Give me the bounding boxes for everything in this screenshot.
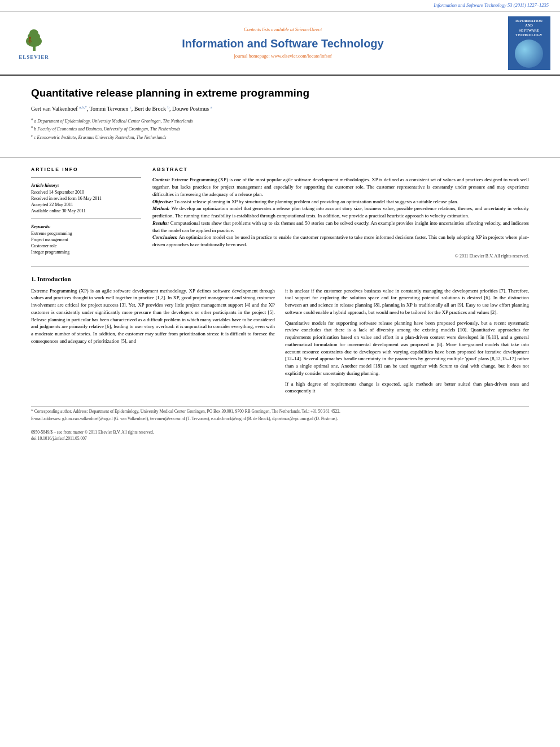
journal-logo-circle-icon: [515, 40, 543, 68]
article-info-abstract-section: ARTICLE INFO Article history: Received 1…: [0, 162, 560, 265]
abstract-conclusion: Conclusion: An optimization model can be…: [152, 234, 529, 248]
journal-logo-right: INFORMATIONANDSOFTWARETECHNOLOGY: [506, 16, 552, 70]
article-title: Quantitative release planning in extreme…: [31, 86, 529, 101]
conclusion-text: An optimization model can be used in pra…: [152, 234, 529, 247]
abstract-results: Results: Computational tests show that p…: [152, 220, 529, 234]
history-label: Article history:: [31, 182, 141, 189]
abstract-col: ABSTRACT Context: Extreme Programming (X…: [152, 167, 529, 260]
issn-line: 0950-5849/$ – see front matter © 2011 El…: [31, 430, 529, 436]
introduction-body: Extreme Programming (XP) is an agile sof…: [31, 287, 529, 399]
elsevier-brand-text: ELSEVIER: [19, 54, 49, 61]
copyright: © 2011 Elsevier B.V. All rights reserved…: [152, 253, 529, 260]
homepage-url[interactable]: www.elsevier.com/locate/infsof: [271, 53, 332, 59]
objective-label: Objective:: [152, 199, 173, 204]
article-info-header: ARTICLE INFO: [31, 167, 141, 173]
accepted-date: Accepted 22 May 2011: [31, 202, 141, 208]
intro-right-col: it is unclear if the customer perceives …: [285, 287, 529, 399]
article-title-section: Quantitative release planning in extreme…: [0, 76, 560, 152]
introduction-section: 1. Introduction Extreme Programming (XP)…: [0, 269, 560, 404]
abstract-header: ABSTRACT: [152, 167, 529, 173]
top-bar: Information and Software Technology 53 (…: [0, 0, 560, 12]
science-direct-link-text[interactable]: ScienceDirect: [295, 27, 322, 32]
intro-para-4: If a high degree of requirements change …: [285, 381, 529, 395]
email-footnote: E-mail addresses: g.h.m.van.valkenhoef@r…: [31, 416, 529, 422]
corresponding-footnote: * Corresponding author. Address: Departm…: [31, 409, 529, 415]
journal-title: Information and Software Technology: [65, 36, 501, 51]
keyword-1: Extreme programming: [31, 230, 141, 237]
keyword-3: Customer role: [31, 243, 141, 249]
keywords-section: Keywords: Extreme programming Project ma…: [31, 224, 141, 255]
method-label: Method:: [152, 206, 170, 211]
introduction-title: 1. Introduction: [31, 275, 529, 283]
affiliation-c: c c Econometric Institute, Erasmus Unive…: [31, 133, 529, 141]
affiliation-b: b b Faculty of Economics and Business, U…: [31, 124, 529, 133]
svg-point-3: [29, 29, 38, 37]
context-label: Context:: [152, 177, 170, 182]
method-text: We develop an optimization model that ge…: [152, 206, 529, 219]
keyword-2: Project management: [31, 237, 141, 243]
doi-line: doi:10.1016/j.infsof.2011.05.007: [31, 436, 529, 442]
journal-reference: Information and Software Technology 53 (…: [434, 2, 549, 8]
authors-line: Gert van Valkenhoef a,b,*, Tommi Tervone…: [31, 105, 529, 113]
article-info-divider: [31, 177, 141, 178]
intro-para-1: Extreme Programming (XP) is an agile sof…: [31, 287, 275, 345]
results-label: Results:: [152, 220, 169, 226]
affiliations: a a Department of Epidemiology, Universi…: [31, 116, 529, 141]
intro-para-3: Quantitative models for supporting softw…: [285, 320, 529, 377]
journal-homepage: journal homepage: www.elsevier.com/locat…: [65, 53, 501, 60]
received-date: Received 14 September 2010: [31, 189, 141, 195]
abstract-objective: Objective: To assist release planning in…: [152, 198, 529, 206]
objective-text: To assist release planning in XP by stru…: [174, 199, 458, 204]
keywords-divider: [31, 219, 141, 219]
intro-left-col: Extreme Programming (XP) is an agile sof…: [31, 287, 275, 399]
svg-point-4: [29, 37, 31, 39]
bottom-bar: 0950-5849/$ – see front matter © 2011 El…: [0, 427, 560, 444]
abstract-context: Context: Extreme Programming (XP) is one…: [152, 176, 529, 198]
science-direct-line: Contents lists available at ScienceDirec…: [65, 27, 501, 33]
page: Information and Software Technology 53 (…: [0, 0, 560, 747]
elsevier-tree-icon: [19, 25, 50, 53]
context-text: Extreme Programming (XP) is one of the m…: [152, 177, 529, 197]
divider: [0, 157, 560, 158]
keyword-4: Integer programming: [31, 249, 141, 255]
elsevier-logo: ELSEVIER: [8, 25, 59, 61]
conclusion-label: Conclusion:: [152, 234, 178, 240]
journal-center: Contents lists available at ScienceDirec…: [59, 27, 506, 60]
received-revised-date: Received in revised form 16 May 2011: [31, 195, 141, 202]
article-info-col: ARTICLE INFO Article history: Received 1…: [31, 167, 141, 260]
affiliation-a: a a Department of Epidemiology, Universi…: [31, 116, 529, 125]
abstract-text: Context: Extreme Programming (XP) is one…: [152, 176, 529, 259]
journal-logo-box: INFORMATIONANDSOFTWARETECHNOLOGY: [508, 16, 550, 70]
results-text: Computational tests show that problems w…: [152, 220, 529, 233]
intro-para-2: it is unclear if the customer perceives …: [285, 287, 529, 316]
article-history: Article history: Received 14 September 2…: [31, 182, 141, 214]
available-date: Available online 30 May 2011: [31, 208, 141, 214]
section-divider: [31, 267, 529, 267]
footnotes: * Corresponding author. Address: Departm…: [31, 406, 529, 425]
journal-header: ELSEVIER Contents lists available at Sci…: [0, 12, 560, 76]
keywords-label: Keywords:: [31, 224, 141, 230]
abstract-method: Method: We develop an optimization model…: [152, 205, 529, 220]
